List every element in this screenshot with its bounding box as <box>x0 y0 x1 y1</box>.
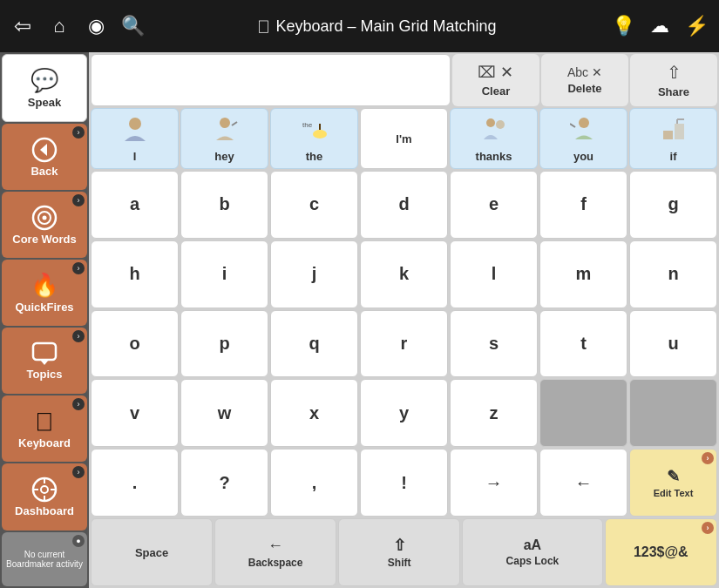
backspace-key[interactable]: ← Backspace <box>214 518 336 586</box>
svg-point-17 <box>313 130 327 139</box>
key-arrow-right[interactable]: → <box>450 449 538 517</box>
key-y[interactable]: y <box>360 379 448 447</box>
key-m[interactable]: m <box>539 240 627 308</box>
key-row-2: h i j k l m n <box>91 240 717 308</box>
page-title: ⎕ Keyboard – Main Grid Matching <box>153 17 602 36</box>
edit-text-button[interactable]: › ✎ Edit Text <box>629 449 717 517</box>
back-arrow-icon <box>31 137 58 163</box>
suggestion-hey[interactable]: hey <box>180 108 268 169</box>
svg-rect-5 <box>33 343 56 360</box>
key-exclaim[interactable]: ! <box>360 449 448 517</box>
svg-marker-1 <box>40 144 47 156</box>
space-key[interactable]: Space <box>91 518 213 586</box>
key-g[interactable]: g <box>629 171 717 239</box>
edit-text-label: Edit Text <box>654 488 694 498</box>
suggestion-you[interactable]: you <box>539 108 627 169</box>
key-period[interactable]: . <box>91 449 179 517</box>
suggestion-im[interactable]: I'm <box>360 108 448 169</box>
key-e[interactable]: e <box>450 171 538 239</box>
key-c[interactable]: c <box>270 171 358 239</box>
key-z[interactable]: z <box>450 379 538 447</box>
key-j[interactable]: j <box>270 240 358 308</box>
sidebar-item-back[interactable]: › Back <box>2 124 87 190</box>
key-r[interactable]: r <box>360 310 448 378</box>
suggestions-row: I hey the the I'm <box>91 108 717 169</box>
caps-lock-key[interactable]: aA Caps Lock <box>462 518 602 586</box>
key-f[interactable]: f <box>539 171 627 239</box>
suggestion-if-pic <box>660 115 688 148</box>
share-label: Share <box>658 85 689 98</box>
top-bar: ⇦ ⌂ ◉ 🔍 ⎕ Keyboard – Main Grid Matching … <box>0 0 719 52</box>
suggestion-thanks-pic <box>480 115 508 148</box>
clear-icon: ⌧ ✕ <box>478 63 513 82</box>
keyboard-badge: › <box>72 398 85 410</box>
speak-button[interactable]: 💬 Speak <box>2 54 87 122</box>
key-row-3: o p q r s t u <box>91 310 717 378</box>
sidebar-item-keyboard[interactable]: › ⎕ Keyboard <box>2 395 87 462</box>
key-w[interactable]: w <box>180 379 268 447</box>
key-s[interactable]: s <box>450 310 538 378</box>
no-activity-badge: ● <box>72 535 85 547</box>
key-b[interactable]: b <box>180 171 268 239</box>
settings-icon[interactable]: ⚡ <box>682 12 710 40</box>
suggestion-if[interactable]: if <box>629 108 717 169</box>
backspace-label: Backspace <box>248 557 303 569</box>
sidebar-item-dashboard[interactable]: › Dashboard <box>2 463 87 530</box>
nums-key[interactable]: › 123$@& <box>605 518 717 586</box>
svg-line-15 <box>232 122 237 125</box>
suggestion-hey-label: hey <box>214 150 234 163</box>
key-a[interactable]: a <box>91 171 179 239</box>
sidebar: 💬 Speak › Back › Core Words › 🔥 QuickFir… <box>0 52 89 588</box>
back-nav-icon[interactable]: ⇦ <box>9 12 37 40</box>
key-l[interactable]: l <box>450 240 538 308</box>
globe-icon[interactable]: ◉ <box>82 12 110 40</box>
key-k[interactable]: k <box>360 240 448 308</box>
key-row-special: . ? , ! → ← › ✎ Edit Text <box>91 449 717 517</box>
backspace-icon: ← <box>268 537 283 555</box>
key-d[interactable]: d <box>360 171 448 239</box>
search-icon[interactable]: 🔍 <box>119 12 146 40</box>
suggestion-thanks[interactable]: thanks <box>450 108 538 169</box>
suggestion-the-label: the <box>306 150 323 163</box>
keyboard-section: a b c d e f g h i j k l m n o p <box>91 171 717 586</box>
key-arrow-left[interactable]: ← <box>539 449 627 517</box>
svg-point-14 <box>220 118 230 128</box>
cloud-icon[interactable]: ☁ <box>646 12 674 40</box>
svg-rect-24 <box>675 124 684 139</box>
text-input[interactable] <box>91 54 451 106</box>
sidebar-item-topics[interactable]: › Topics <box>2 328 87 394</box>
light-icon[interactable]: 💡 <box>609 12 637 40</box>
share-button[interactable]: ⇧ Share <box>630 54 717 106</box>
clear-button[interactable]: ⌧ ✕ Clear <box>452 54 539 106</box>
suggestion-I-label: I <box>133 150 137 163</box>
sidebar-item-quickfires[interactable]: › 🔥 QuickFires <box>2 260 87 326</box>
key-v[interactable]: v <box>91 379 179 447</box>
key-q[interactable]: q <box>270 310 358 378</box>
key-t[interactable]: t <box>539 310 627 378</box>
suggestion-if-label: if <box>670 150 677 163</box>
core-words-badge: › <box>72 194 85 206</box>
key-o[interactable]: o <box>91 310 179 378</box>
shift-label: Shift <box>388 557 411 569</box>
suggestion-I[interactable]: I <box>91 108 179 169</box>
delete-button[interactable]: Abc ✕ Delete <box>541 54 628 106</box>
back-badge: › <box>72 126 85 139</box>
key-n[interactable]: n <box>629 240 717 308</box>
right-section: ⌧ ✕ Clear Abc ✕ Delete ⇧ Share I <box>89 52 719 588</box>
key-u[interactable]: u <box>629 310 717 378</box>
key-h[interactable]: h <box>91 240 179 308</box>
key-question[interactable]: ? <box>180 449 268 517</box>
shift-key[interactable]: ⇧ Shift <box>338 518 460 586</box>
key-p[interactable]: p <box>180 310 268 378</box>
key-row-1: a b c d e f g <box>91 171 717 239</box>
dashboard-icon <box>31 476 58 503</box>
key-x[interactable]: x <box>270 379 358 447</box>
main-layout: 💬 Speak › Back › Core Words › 🔥 QuickFir… <box>0 52 719 588</box>
nums-badge: › <box>702 522 714 534</box>
sidebar-item-core-words[interactable]: › Core Words <box>2 192 87 258</box>
suggestion-the[interactable]: the the <box>270 108 358 169</box>
svg-rect-23 <box>663 131 673 139</box>
key-comma[interactable]: , <box>270 449 358 517</box>
home-icon[interactable]: ⌂ <box>45 12 73 40</box>
key-i[interactable]: i <box>180 240 268 308</box>
